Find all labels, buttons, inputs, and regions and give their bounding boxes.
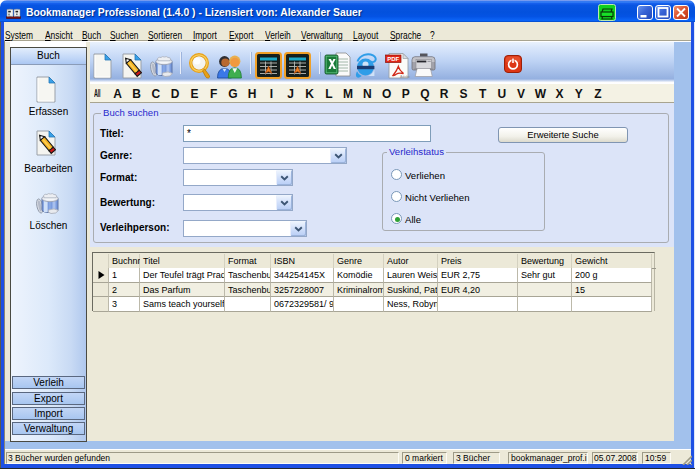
- svg-text:PDF: PDF: [387, 56, 399, 62]
- svg-text:Adobe: Adobe: [400, 75, 410, 79]
